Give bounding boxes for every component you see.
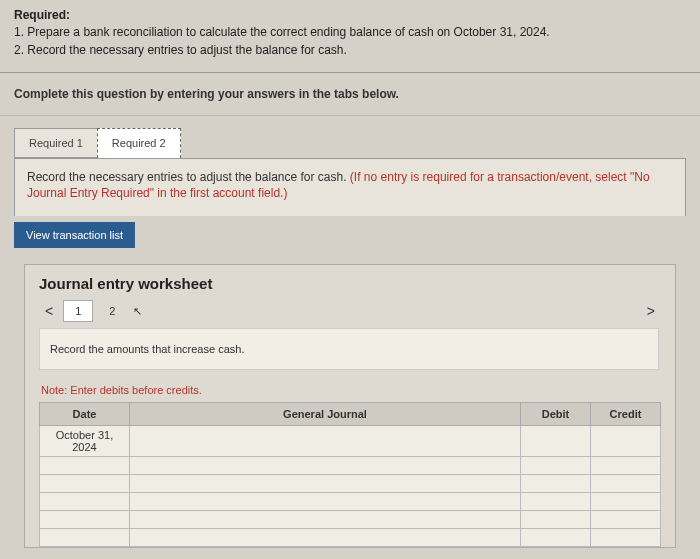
tab-required-2[interactable]: Required 2 bbox=[97, 128, 181, 158]
col-general-journal: General Journal bbox=[130, 403, 521, 426]
table-row: October 31, 2024 bbox=[40, 426, 661, 457]
table-row bbox=[40, 457, 661, 475]
required-label: Required: bbox=[14, 8, 686, 22]
date-cell bbox=[40, 475, 130, 493]
table-row bbox=[40, 511, 661, 529]
date-cell bbox=[40, 493, 130, 511]
journal-entry-table: Date General Journal Debit Credit Octobe… bbox=[39, 402, 661, 547]
chevron-left-icon[interactable]: < bbox=[39, 301, 59, 321]
account-cell[interactable] bbox=[130, 493, 521, 511]
col-date: Date bbox=[40, 403, 130, 426]
account-cell[interactable] bbox=[130, 457, 521, 475]
debit-cell[interactable] bbox=[521, 529, 591, 547]
credit-cell[interactable] bbox=[591, 511, 661, 529]
date-cell bbox=[40, 457, 130, 475]
date-cell: October 31, 2024 bbox=[40, 426, 130, 457]
tab-required-1[interactable]: Required 1 bbox=[14, 128, 98, 158]
cursor-icon: ↖ bbox=[133, 305, 142, 318]
account-cell[interactable] bbox=[130, 475, 521, 493]
prompt-main: Record the necessary entries to adjust t… bbox=[27, 170, 350, 184]
credit-cell[interactable] bbox=[591, 457, 661, 475]
tabs: Required 1 Required 2 bbox=[0, 116, 700, 158]
credit-cell[interactable] bbox=[591, 475, 661, 493]
worksheet-title: Journal entry worksheet bbox=[39, 275, 661, 292]
worksheet-nav: < 1 2 ↖ > bbox=[39, 300, 661, 322]
account-cell[interactable] bbox=[130, 426, 521, 457]
table-row bbox=[40, 529, 661, 547]
col-credit: Credit bbox=[591, 403, 661, 426]
chevron-right-icon[interactable]: > bbox=[641, 301, 661, 321]
required-header: Required: 1. Prepare a bank reconciliati… bbox=[0, 0, 700, 73]
credit-cell[interactable] bbox=[591, 426, 661, 457]
page-1-button[interactable]: 1 bbox=[63, 300, 93, 322]
debit-cell[interactable] bbox=[521, 426, 591, 457]
prompt: Record the necessary entries to adjust t… bbox=[14, 158, 686, 217]
requirement-2: 2. Record the necessary entries to adjus… bbox=[14, 42, 686, 59]
debit-credit-note: Note: Enter debits before credits. bbox=[41, 384, 659, 396]
table-row bbox=[40, 493, 661, 511]
journal-entry-worksheet: Journal entry worksheet < 1 2 ↖ > Record… bbox=[24, 264, 676, 548]
account-cell[interactable] bbox=[130, 529, 521, 547]
debit-cell[interactable] bbox=[521, 457, 591, 475]
debit-cell[interactable] bbox=[521, 511, 591, 529]
page-2-button[interactable]: 2 bbox=[97, 300, 127, 322]
date-cell bbox=[40, 529, 130, 547]
requirement-1: 1. Prepare a bank reconciliation to calc… bbox=[14, 24, 686, 41]
entry-instruction: Record the amounts that increase cash. bbox=[39, 328, 659, 370]
view-transaction-list-button[interactable]: View transaction list bbox=[14, 222, 135, 248]
table-row bbox=[40, 475, 661, 493]
debit-cell[interactable] bbox=[521, 493, 591, 511]
account-cell[interactable] bbox=[130, 511, 521, 529]
col-debit: Debit bbox=[521, 403, 591, 426]
credit-cell[interactable] bbox=[591, 493, 661, 511]
debit-cell[interactable] bbox=[521, 475, 591, 493]
instruction-text: Complete this question by entering your … bbox=[0, 73, 700, 116]
credit-cell[interactable] bbox=[591, 529, 661, 547]
date-cell bbox=[40, 511, 130, 529]
